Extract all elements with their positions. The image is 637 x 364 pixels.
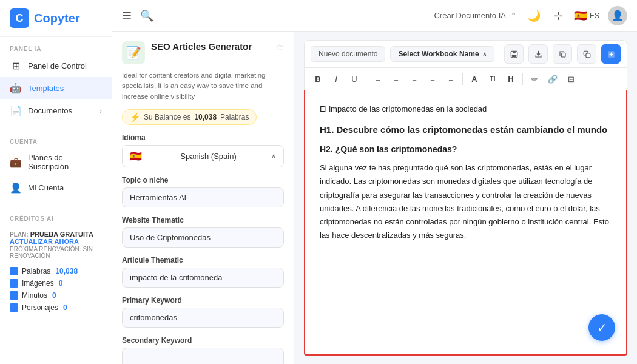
toolbar-sep-3 [522,73,523,85]
table-button[interactable]: ⊞ [562,70,579,87]
star-icon[interactable]: ☆ [275,41,284,53]
underline-button[interactable]: U [346,70,363,87]
doc-selector[interactable]: Nuevo documento [311,46,385,62]
language-selector[interactable]: 🇪🇸 ES [574,9,599,22]
sidebar-item-label: Planes de Suscripción [28,153,102,171]
credit-label-personajes: Personajes [22,303,58,312]
align-justify-button[interactable]: ≡ [424,70,441,87]
align-left-button[interactable]: ≡ [369,70,386,87]
website-input[interactable] [122,228,284,248]
editor-h1: H1. Descubre cómo las criptomonedas está… [320,122,612,138]
right-panel-wrapper: Nuevo documento Select Workbook Name ∧ [304,40,627,356]
svg-rect-1 [513,51,516,53]
heading-button[interactable]: H [502,70,519,87]
credit-count-minutos: 0 [52,291,56,300]
credit-label-imagenes: Imágenes [22,279,54,288]
align-right-button[interactable]: ≡ [406,70,423,87]
italic-button[interactable]: I [328,70,345,87]
credit-count-palabras: 10,038 [55,267,78,275]
sidebar-item-documentos[interactable]: 📄 Documentos › [0,99,112,122]
logo-text: Copyter [34,12,80,25]
search-icon[interactable]: 🔍 [140,9,153,22]
primary-kw-input[interactable] [122,308,284,328]
generator-title: SEO Articles Generator [151,41,269,52]
expand-icon[interactable]: ⊹ [551,7,565,25]
idioma-group: Idioma 🇪🇸 Spanish (Spain) ∧ [122,133,284,167]
sidebar-item-panel[interactable]: ⊞ Panel de Control [0,55,112,77]
plan-free: PRUEBA GRATUITA [30,231,93,238]
editor-btn-4[interactable] [577,44,596,64]
list-button[interactable]: ≡ [442,70,459,87]
editor-toolbar: B I U ≡ ≡ ≡ ≡ ≡ A TI H ✏ 🔗 ⊞ [304,68,627,90]
font-size-button[interactable]: TI [484,70,501,87]
plan-renovacion: PRÓXIMA RENOVACIÓN: SIN RENOVACIÓN [10,246,102,259]
svg-rect-5 [586,53,590,58]
sidebar: C Copyter PANEL IA ⊞ Panel de Control 🤖 … [0,0,112,364]
credit-count-imagenes: 0 [59,279,63,288]
generator-desc: Ideal for content creators and digital m… [122,70,284,102]
logo-letter: C [16,12,24,25]
sidebar-item-micuenta[interactable]: 👤 Mi Cuenta [0,177,112,199]
bolt-icon: ⚡ [130,112,140,122]
export-icon [534,50,543,59]
crear-documento-button[interactable]: Crear Documento IA ⌃ [434,11,516,20]
idioma-label: Idioma [122,133,284,142]
plan-label: PLAN: [10,231,29,238]
logo-box: C [10,8,29,28]
link-button[interactable]: 🔗 [544,70,561,87]
editor-btn-3[interactable] [553,44,572,64]
editor-btn-1[interactable] [504,44,524,64]
workbook-selector[interactable]: Select Workbook Name ∧ [390,46,494,62]
credit-personajes: Personajes 0 [0,302,112,314]
editor-h2: H2. ¿Qué son las criptomonedas? [320,143,612,157]
sidebar-item-templates[interactable]: 🤖 Templates [0,77,112,99]
sidebar-divider-2 [0,203,112,203]
workbook-label: Select Workbook Name [398,50,479,58]
credit-icon-palabras [10,267,18,275]
font-color-button[interactable]: A [466,70,483,87]
lang-label: ES [590,12,599,20]
flag-icon: 🇪🇸 [574,9,587,22]
plan-info: PLAN: PRUEBA GRATUITA - ACTUALIZAR AHORA [10,231,102,245]
balance-value: 10,038 [194,113,217,121]
article-input[interactable] [122,268,284,288]
secondary-kw-input[interactable] [122,348,284,364]
primary-kw-group: Primary Keyword [122,296,284,328]
topic-input[interactable] [122,187,284,207]
pen-button[interactable]: ✏ [526,70,543,87]
generator-icon: 📝 [122,41,145,64]
align-center-button[interactable]: ≡ [388,70,405,87]
toolbar-sep-2 [462,73,463,85]
topbar-right: Crear Documento IA ⌃ 🌙 ⊹ 🇪🇸 ES 👤 [434,6,627,25]
editor-btn-2[interactable] [528,44,548,64]
main: ☰ 🔍 Crear Documento IA ⌃ 🌙 ⊹ 🇪🇸 ES 👤 📝 S… [112,0,637,364]
credit-label-minutos: Minutos [22,291,47,300]
dark-mode-icon[interactable]: 🌙 [525,7,543,25]
sidebar-item-planes[interactable]: 💼 Planes de Suscripción [0,147,112,177]
bold-button[interactable]: B [309,70,326,87]
editor-btn-active[interactable] [601,44,621,64]
avatar[interactable]: 👤 [608,6,627,25]
save-icon [510,50,519,59]
menu-icon[interactable]: ☰ [122,9,132,22]
plan-update[interactable]: ACTUALIZAR AHORA [10,238,79,245]
balance-label: Su Balance es [144,113,190,121]
editor-body[interactable]: El impacto de las criptomonedas en la so… [304,90,627,356]
sidebar-item-label: Mi Cuenta [28,183,64,192]
credit-icon-minutos [10,291,18,300]
duplicate-icon [582,50,592,59]
ai-icon [607,50,616,59]
idioma-flag: 🇪🇸 [130,150,142,162]
sidebar-logo: C Copyter [0,0,112,37]
credit-icon-personajes [10,303,18,312]
toolbar-sep-1 [366,73,366,85]
credit-palabras: Palabras 10,038 [0,265,112,277]
topic-label: Topic o niche [122,176,284,184]
idioma-select[interactable]: 🇪🇸 Spanish (Spain) ∧ [122,145,284,167]
sidebar-item-label: Templates [28,84,64,93]
left-panel: 📝 SEO Articles Generator ☆ Ideal for con… [112,32,294,364]
panel-ia-label: PANEL IA [0,37,112,55]
svg-rect-3 [561,53,565,57]
article-label: Articule Thematic [122,256,284,265]
fab-button[interactable]: ✓ [588,314,615,341]
